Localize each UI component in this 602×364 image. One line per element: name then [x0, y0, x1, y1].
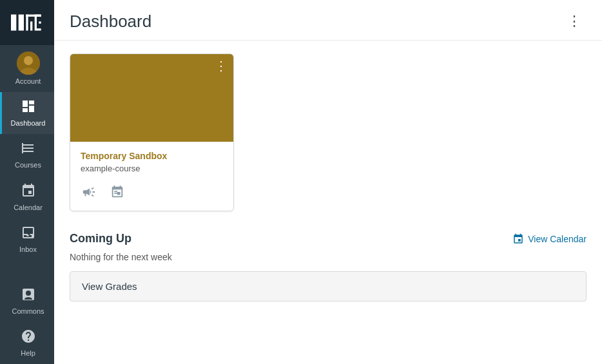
commons-icon: [21, 287, 36, 305]
courses-icon: [21, 140, 36, 158]
sidebar-item-courses-label: Courses: [15, 161, 41, 169]
svg-point-10: [24, 56, 33, 65]
view-calendar-link[interactable]: View Calendar: [512, 233, 587, 245]
sidebar-item-account[interactable]: Account: [0, 45, 54, 92]
assignments-icon: [110, 185, 124, 199]
calendar-svg: [21, 183, 36, 198]
courses-svg: [21, 140, 36, 156]
coming-up-empty-message: Nothing for the next week: [70, 252, 587, 262]
mit-logo-icon: [11, 13, 43, 32]
sidebar-item-dashboard[interactable]: Dashboard: [0, 92, 54, 134]
assignments-button[interactable]: [109, 184, 126, 200]
announcements-button[interactable]: [81, 184, 97, 200]
svg-rect-1: [19, 15, 24, 31]
sidebar-item-inbox[interactable]: Inbox: [0, 218, 54, 260]
sidebar-item-help-label: Help: [21, 349, 35, 358]
course-card: ⋮ Temporary Sandbox example-course: [70, 53, 234, 211]
card-subtitle: example-course: [81, 164, 223, 173]
inbox-icon: [21, 225, 36, 243]
sidebar-item-help[interactable]: Help: [0, 322, 54, 364]
svg-rect-12: [22, 143, 23, 153]
calendar-small-icon: [512, 233, 524, 245]
sidebar-item-commons-label: Commons: [12, 307, 44, 316]
sidebar-item-dashboard-label: Dashboard: [11, 119, 46, 128]
svg-rect-8: [37, 28, 41, 30]
card-title: Temporary Sandbox: [81, 151, 223, 161]
dashboard-icon: [21, 99, 36, 117]
view-grades-button[interactable]: View Grades: [70, 271, 587, 302]
svg-rect-5: [35, 15, 37, 31]
svg-rect-0: [11, 15, 16, 31]
main-content: Dashboard ⋮ ⋮ Temporary Sandbox example-…: [54, 0, 602, 364]
sidebar-item-commons[interactable]: Commons: [0, 280, 54, 322]
header-menu-button[interactable]: ⋮: [562, 10, 587, 32]
commons-svg: [21, 287, 36, 302]
dashboard-svg: [21, 99, 36, 114]
coming-up-section: Coming Up View Calendar Nothing for the …: [70, 232, 587, 302]
card-image: ⋮: [70, 54, 234, 142]
sidebar: Account Dashboard Courses Calendar: [0, 0, 54, 364]
header: Dashboard ⋮: [54, 0, 602, 41]
inbox-svg: [21, 225, 36, 240]
content-area: ⋮ Temporary Sandbox example-course: [54, 41, 602, 364]
sidebar-logo: [0, 0, 54, 45]
view-calendar-label: View Calendar: [528, 234, 587, 244]
svg-rect-2: [26, 15, 28, 31]
help-icon: [21, 329, 36, 347]
coming-up-header: Coming Up View Calendar: [70, 232, 587, 245]
coming-up-title: Coming Up: [70, 232, 131, 245]
card-menu-button[interactable]: ⋮: [208, 54, 234, 77]
calendar-icon: [21, 183, 36, 201]
sidebar-item-courses[interactable]: Courses: [0, 134, 54, 176]
view-grades-label: View Grades: [82, 281, 137, 292]
svg-rect-7: [39, 21, 41, 23]
announcements-icon: [82, 185, 96, 199]
page-title: Dashboard: [70, 12, 151, 32]
sidebar-item-inbox-label: Inbox: [19, 245, 37, 254]
svg-rect-4: [30, 21, 32, 30]
card-body: Temporary Sandbox example-course: [70, 142, 233, 211]
sidebar-item-calendar-label: Calendar: [14, 204, 43, 212]
avatar-image: [17, 52, 40, 75]
course-cards-row: ⋮ Temporary Sandbox example-course: [70, 53, 587, 211]
sidebar-item-account-label: Account: [15, 77, 41, 86]
help-svg: [21, 329, 36, 344]
card-icons-row: [81, 181, 223, 204]
avatar: [17, 52, 40, 75]
sidebar-item-calendar[interactable]: Calendar: [0, 177, 54, 218]
svg-rect-6: [37, 15, 41, 17]
